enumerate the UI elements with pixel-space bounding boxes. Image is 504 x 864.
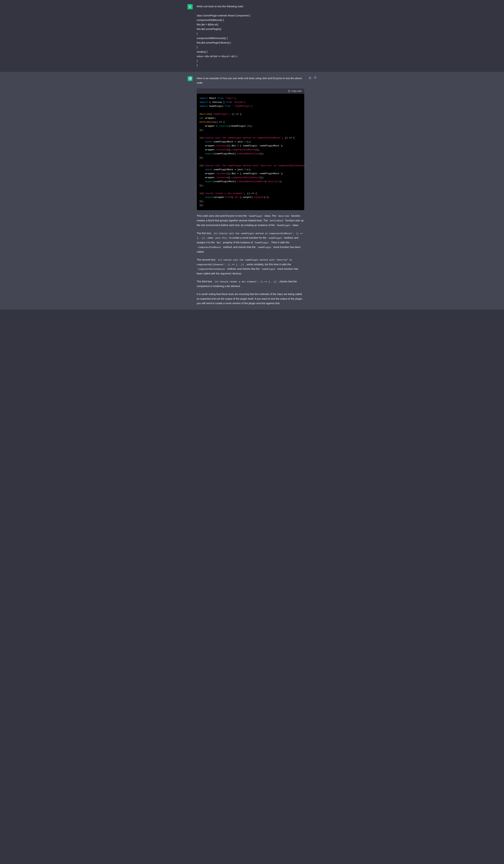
code-block: Copy code import React from 'react'; imp… bbox=[197, 88, 304, 210]
explanation-para-4: The third test, `it('should render a div… bbox=[197, 279, 304, 288]
assistant-message: Here is an example of how you can write … bbox=[0, 72, 504, 310]
explanation-para-2: The first test, `it('should call the som… bbox=[197, 231, 304, 254]
explanation-para-3: The second test, `it('should call the so… bbox=[197, 257, 304, 276]
user-avatar: S bbox=[188, 4, 193, 9]
thumbs-up-icon bbox=[309, 76, 312, 79]
clipboard-icon bbox=[288, 90, 290, 92]
copy-code-button[interactable]: Copy code bbox=[288, 90, 301, 92]
thumbs-up-button[interactable] bbox=[309, 76, 312, 80]
openai-logo-icon bbox=[188, 77, 192, 81]
user-initial: S bbox=[189, 5, 191, 9]
message-actions bbox=[309, 76, 317, 306]
thumbs-down-button[interactable] bbox=[313, 76, 317, 80]
code-content: import React from 'react'; import { shal… bbox=[197, 94, 304, 210]
user-message: S Write unit tests to test the following… bbox=[0, 0, 504, 72]
assistant-intro: Here is an example of how you can write … bbox=[197, 76, 304, 85]
copy-code-label: Copy code bbox=[291, 90, 301, 92]
user-prompt: Write unit tests to test the following c… bbox=[197, 4, 317, 68]
assistant-avatar bbox=[188, 76, 193, 81]
explanation-para-1: This code uses Jest and Enzyme to test t… bbox=[197, 214, 304, 227]
svg-rect-0 bbox=[289, 91, 290, 92]
thumbs-down-icon bbox=[314, 76, 316, 79]
explanation-para-5: It is worth noting that these tests are … bbox=[197, 292, 304, 305]
code-header: Copy code bbox=[197, 88, 304, 94]
